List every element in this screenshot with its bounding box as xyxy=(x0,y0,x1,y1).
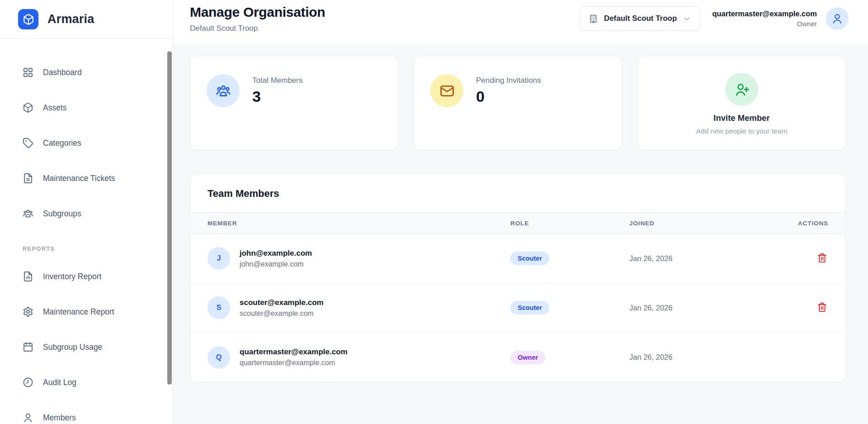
invite-member-subtitle: Add new people to your team xyxy=(696,127,788,135)
box-icon xyxy=(23,102,33,113)
user-email: quartermaster@example.com xyxy=(712,10,817,18)
column-header-actions: ACTIONS xyxy=(778,220,828,227)
user-avatar[interactable] xyxy=(826,7,849,30)
sidebar-item-label: Audit Log xyxy=(43,378,76,387)
sidebar: Armaria DashboardAssetsCategoriesMainten… xyxy=(0,0,173,424)
role-badge: Scouter xyxy=(510,301,549,314)
table-row: J john@example.com john@example.com Scou… xyxy=(190,234,845,283)
users-icon xyxy=(216,83,231,99)
user-role: Owner xyxy=(712,20,817,28)
sidebar-item-dashboard[interactable]: Dashboard xyxy=(12,60,163,85)
user-plus-icon-circle xyxy=(725,73,758,106)
page-subtitle: Default Scout Troop xyxy=(190,24,325,33)
stat-card-total-members: Total Members 3 xyxy=(190,56,398,150)
column-header-role: ROLE xyxy=(510,220,629,227)
sidebar-item-label: Members xyxy=(43,413,76,423)
sidebar-section-reports: REPORTS xyxy=(12,245,163,252)
main-area: Manage Organisation Default Scout Troop … xyxy=(173,0,868,424)
app-name: Armaria xyxy=(47,12,94,26)
brand: Armaria xyxy=(0,0,173,39)
member-email: scouter@example.com xyxy=(240,310,324,318)
member-name: quartermaster@example.com xyxy=(240,348,348,357)
member-cell: S scouter@example.com scouter@example.co… xyxy=(208,296,510,319)
stat-label: Total Members xyxy=(252,76,302,85)
role-badge: Scouter xyxy=(510,252,549,265)
role-cell: Owner xyxy=(510,351,629,364)
sidebar-item-assets[interactable]: Assets xyxy=(12,95,163,120)
calendar-icon xyxy=(23,342,33,353)
sidebar-item-members[interactable]: Members xyxy=(12,405,163,424)
stat-value: 0 xyxy=(476,88,541,105)
stat-label: Pending Invitations xyxy=(476,76,541,85)
member-email: quartermaster@example.com xyxy=(240,359,348,367)
trash-icon xyxy=(817,302,827,312)
sidebar-item-label: Dashboard xyxy=(43,68,82,77)
member-email: john@example.com xyxy=(240,260,312,268)
building-icon xyxy=(589,14,598,24)
users-icon xyxy=(23,208,33,219)
sidebar-item-label: Inventory Report xyxy=(43,272,101,281)
trash-icon xyxy=(817,252,827,263)
stat-cards: Total Members 3 Pending Invitations 0 In… xyxy=(190,56,846,150)
tag-icon xyxy=(23,138,33,148)
topbar: Manage Organisation Default Scout Troop … xyxy=(173,0,868,43)
member-avatar: J xyxy=(208,247,230,270)
column-header-joined: JOINED xyxy=(629,220,778,227)
team-members-title: Team Members xyxy=(208,188,828,200)
delete-member-button[interactable] xyxy=(816,252,828,265)
grid-icon xyxy=(23,67,33,78)
stat-card-pending-invitations: Pending Invitations 0 xyxy=(414,56,622,150)
actions-cell xyxy=(778,301,828,314)
chevron-down-icon xyxy=(683,14,691,23)
gear-icon xyxy=(23,306,33,317)
joined-cell: Jan 26, 2026 xyxy=(629,254,778,263)
sidebar-item-audit-log[interactable]: Audit Log xyxy=(12,370,163,395)
user-info: quartermaster@example.com Owner xyxy=(712,10,817,28)
org-selector-label: Default Scout Troop xyxy=(604,14,677,23)
page-content: Total Members 3 Pending Invitations 0 In… xyxy=(173,43,868,424)
sidebar-item-subgroup-usage[interactable]: Subgroup Usage xyxy=(12,334,163,360)
member-avatar: S xyxy=(208,296,230,319)
role-cell: Scouter xyxy=(510,301,629,314)
sidebar-item-inventory-report[interactable]: Inventory Report xyxy=(12,264,163,289)
page-heading: Manage Organisation Default Scout Troop xyxy=(190,5,325,33)
actions-cell xyxy=(778,252,828,265)
page-title: Manage Organisation xyxy=(190,5,325,20)
sidebar-item-maintenance-report[interactable]: Maintenance Report xyxy=(12,299,163,324)
sidebar-item-label: Maintenance Report xyxy=(43,307,114,317)
user-plus-icon xyxy=(734,82,750,97)
box-icon xyxy=(23,14,34,25)
user-icon xyxy=(23,412,33,423)
role-cell: Scouter xyxy=(510,252,629,265)
invite-member-title: Invite Member xyxy=(713,113,769,123)
table-row: S scouter@example.com scouter@example.co… xyxy=(190,283,845,333)
sidebar-item-label: Subgroups xyxy=(43,209,81,219)
app-logo xyxy=(18,9,38,29)
sidebar-item-maintenance-tickets[interactable]: Maintenance Tickets xyxy=(12,166,163,191)
joined-cell: Jan 26, 2026 xyxy=(629,304,778,312)
sidebar-item-label: Categories xyxy=(43,138,81,148)
sidebar-item-subgroups[interactable]: Subgroups xyxy=(12,201,163,226)
invite-member-card[interactable]: Invite Member Add new people to your tea… xyxy=(637,56,846,150)
sidebar-item-categories[interactable]: Categories xyxy=(12,130,163,156)
delete-member-button[interactable] xyxy=(816,301,828,314)
sidebar-item-label: Subgroup Usage xyxy=(43,343,102,352)
member-avatar: Q xyxy=(208,346,230,369)
org-selector-dropdown[interactable]: Default Scout Troop xyxy=(580,6,701,31)
user-icon xyxy=(831,13,843,24)
joined-cell: Jan 26, 2026 xyxy=(629,353,778,362)
member-cell: J john@example.com john@example.com xyxy=(208,247,510,270)
member-name: scouter@example.com xyxy=(240,298,324,307)
file-text-icon xyxy=(23,173,33,184)
users-icon-circle xyxy=(207,74,240,107)
table-row: Q quartermaster@example.com quartermaste… xyxy=(190,333,845,382)
mail-icon xyxy=(439,83,455,99)
table-header-row: MEMBER ROLE JOINED ACTIONS xyxy=(190,212,845,234)
sidebar-item-label: Maintenance Tickets xyxy=(43,174,115,183)
role-badge: Owner xyxy=(510,351,545,364)
sidebar-item-label: Assets xyxy=(43,103,67,113)
topbar-right: Default Scout Troop quartermaster@exampl… xyxy=(580,6,849,31)
sidebar-scrollbar[interactable] xyxy=(167,51,172,385)
member-name: john@example.com xyxy=(240,249,312,258)
stat-value: 3 xyxy=(252,88,302,105)
